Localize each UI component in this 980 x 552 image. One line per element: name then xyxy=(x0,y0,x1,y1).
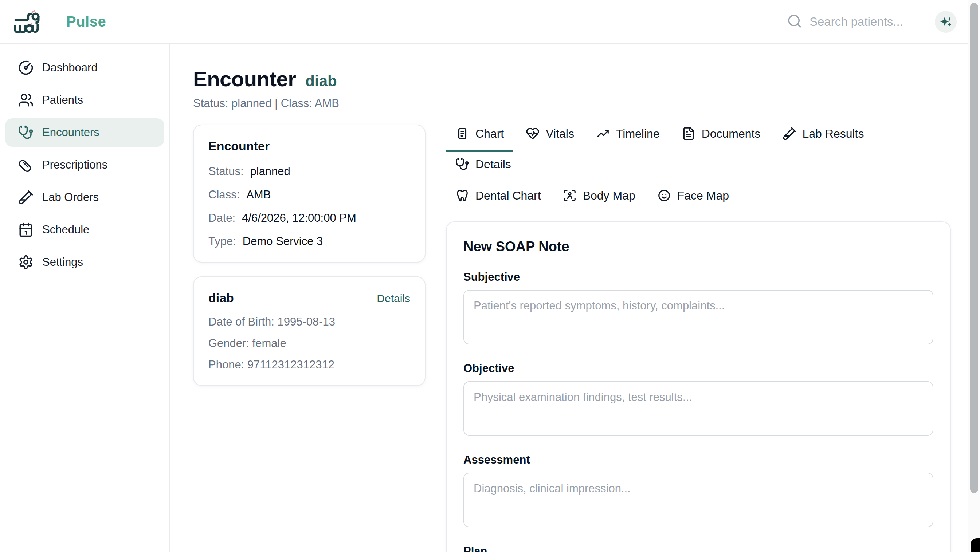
assessment-label: Assessment xyxy=(463,453,933,466)
page-subtitle: Status: planned | Class: AMB xyxy=(193,97,951,110)
scrollbar-track[interactable] xyxy=(967,0,980,552)
field-value: Demo Service 3 xyxy=(243,235,323,248)
search-input[interactable] xyxy=(810,15,930,29)
sidebar-item-label: Dashboard xyxy=(42,61,98,74)
subjective-textarea[interactable] xyxy=(463,290,933,344)
objective-label: Objective xyxy=(463,362,933,375)
field-label: Date: xyxy=(208,211,235,225)
right-column: Chart Vitals xyxy=(446,125,951,552)
ai-assistant-button[interactable] xyxy=(935,11,957,33)
tab-details[interactable]: Details xyxy=(446,155,520,183)
users-icon xyxy=(18,92,33,108)
tab-label: Timeline xyxy=(616,127,660,141)
tab-label: Dental Chart xyxy=(476,189,541,203)
field-label: Class: xyxy=(208,188,240,201)
gauge-icon xyxy=(18,60,33,75)
tab-body-map[interactable]: Body Map xyxy=(554,183,645,213)
soap-section-assessment: Assessment xyxy=(463,453,933,529)
encounter-type-row: Type: Demo Service 3 xyxy=(208,235,410,248)
encounter-card-title: Encounter xyxy=(208,139,410,153)
patient-gender: Gender: female xyxy=(208,337,410,350)
calendar-icon xyxy=(18,222,33,237)
encounter-date-row: Date: 4/6/2026, 12:00:00 PM xyxy=(208,211,410,225)
tab-vitals[interactable]: Vitals xyxy=(516,125,584,152)
test-tube-icon xyxy=(18,190,33,205)
tab-lab-results[interactable]: Lab Results xyxy=(773,125,873,152)
patient-phone: Phone: 97112312312312 xyxy=(208,358,410,371)
sidebar-item-settings[interactable]: Settings xyxy=(5,248,164,276)
pill-icon xyxy=(18,157,33,173)
plan-label: Plan xyxy=(463,545,933,552)
app-name: Pulse xyxy=(66,13,106,30)
trending-icon xyxy=(596,127,610,141)
stethoscope-icon xyxy=(18,125,33,140)
clipboard-icon xyxy=(455,127,469,141)
tab-label: Lab Results xyxy=(803,127,864,141)
face-smile-icon xyxy=(657,189,671,203)
field-value: AMB xyxy=(246,188,271,201)
stethoscope-icon xyxy=(455,157,469,171)
soap-note-card: New SOAP Note Subjective Objective Asses… xyxy=(446,221,951,552)
sidebar-item-label: Encounters xyxy=(42,126,99,139)
encounter-tabs: Chart Vitals xyxy=(446,125,951,213)
window-corner-cut xyxy=(970,538,980,552)
body-scan-icon xyxy=(563,189,577,203)
scrollbar-thumb[interactable] xyxy=(970,3,978,493)
field-label: Type: xyxy=(208,235,236,248)
objective-textarea[interactable] xyxy=(463,381,933,436)
sidebar-item-patients[interactable]: Patients xyxy=(5,86,164,114)
tab-label: Face Map xyxy=(677,189,729,203)
main-content: Encounterdiab Status: planned | Class: A… xyxy=(171,44,967,552)
page-patient-ref: diab xyxy=(305,73,337,90)
app-screen: Pulse Dashboard xyxy=(0,0,980,552)
patient-card: diab Details Date of Birth: 1995-08-13 G… xyxy=(193,276,426,386)
soap-section-subjective: Subjective xyxy=(463,271,933,346)
sidebar-item-schedule[interactable]: Schedule xyxy=(5,216,164,244)
encounter-class-row: Class: AMB xyxy=(208,188,410,201)
tab-label: Vitals xyxy=(546,127,574,141)
top-header: Pulse xyxy=(0,0,980,44)
waj-logo-icon xyxy=(11,10,54,34)
sidebar-item-label: Settings xyxy=(42,255,83,269)
tab-label: Chart xyxy=(476,127,504,141)
field-label: Status: xyxy=(208,165,244,178)
patient-search xyxy=(787,13,930,30)
sidebar-item-dashboard[interactable]: Dashboard xyxy=(5,54,164,82)
sidebar-item-prescriptions[interactable]: Prescriptions xyxy=(5,151,164,179)
tab-face-map[interactable]: Face Map xyxy=(648,183,738,213)
soap-section-plan: Plan xyxy=(463,545,933,552)
brand-logo[interactable]: Pulse xyxy=(11,10,106,34)
sidebar-item-lab-orders[interactable]: Lab Orders xyxy=(5,183,164,211)
tab-timeline[interactable]: Timeline xyxy=(587,125,669,152)
tab-label: Details xyxy=(476,158,511,171)
patient-details-link[interactable]: Details xyxy=(377,292,410,305)
heart-pulse-icon xyxy=(526,127,539,141)
tab-documents[interactable]: Documents xyxy=(672,125,770,152)
sparkles-icon xyxy=(939,15,953,29)
subjective-label: Subjective xyxy=(463,271,933,284)
soap-note-title: New SOAP Note xyxy=(463,239,933,254)
assessment-textarea[interactable] xyxy=(463,473,933,527)
sidebar-item-label: Schedule xyxy=(42,223,89,236)
sidebar-item-label: Prescriptions xyxy=(42,159,107,171)
page-title: Encounter xyxy=(193,67,296,90)
soap-section-objective: Objective xyxy=(463,362,933,437)
patient-name: diab xyxy=(208,291,234,305)
tooth-icon xyxy=(455,189,469,203)
sidebar: Dashboard Patients Encounters Prescripti… xyxy=(0,44,170,552)
field-value: 4/6/2026, 12:00:00 PM xyxy=(242,211,356,225)
patient-dob: Date of Birth: 1995-08-13 xyxy=(208,315,410,328)
tab-chart[interactable]: Chart xyxy=(446,125,513,152)
tab-label: Documents xyxy=(702,127,761,141)
sidebar-item-encounters[interactable]: Encounters xyxy=(5,118,164,147)
encounter-card: Encounter Status: planned Class: AMB Dat… xyxy=(193,125,426,263)
encounter-status-row: Status: planned xyxy=(208,165,410,178)
sidebar-item-label: Lab Orders xyxy=(42,191,99,204)
sidebar-item-label: Patients xyxy=(42,94,83,107)
field-value: planned xyxy=(250,165,290,178)
test-tube-icon xyxy=(783,127,796,141)
file-text-icon xyxy=(682,127,695,141)
tab-dental-chart[interactable]: Dental Chart xyxy=(446,183,550,213)
gear-icon xyxy=(18,254,33,270)
search-icon xyxy=(787,13,802,30)
